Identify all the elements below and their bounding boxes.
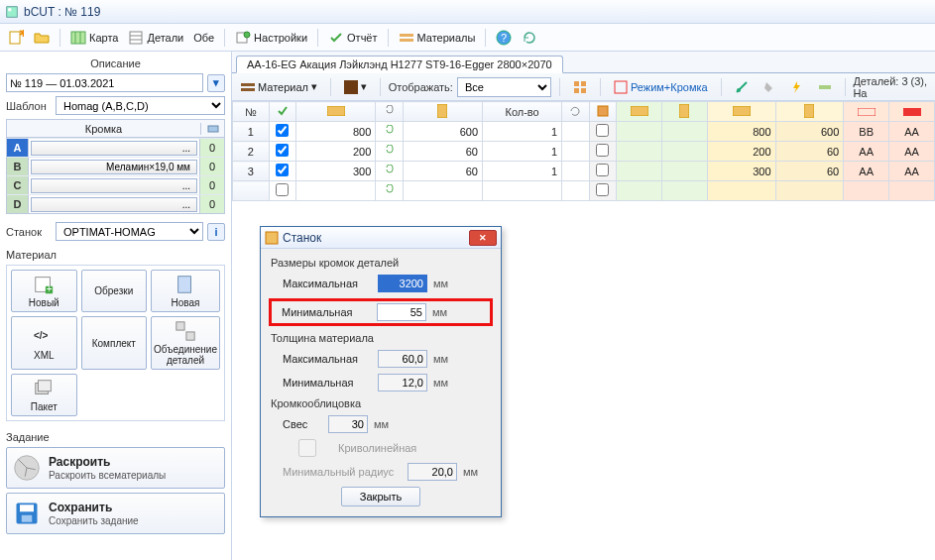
otchet-button[interactable]: Отчёт	[324, 28, 381, 48]
tool-icon-1[interactable]	[730, 77, 754, 97]
min-input[interactable]	[377, 303, 426, 321]
row-rotate[interactable]	[562, 122, 589, 142]
col-kolvo[interactable]: Кол-во	[483, 102, 562, 122]
kromka-row-id[interactable]: A	[7, 139, 29, 157]
shablon-select[interactable]: Homag (A,B,C,D)	[56, 96, 225, 115]
col-edge1-icon[interactable]	[617, 102, 662, 122]
dialog-close-icon[interactable]: ✕	[469, 230, 497, 246]
stanok-info-icon[interactable]: i	[207, 223, 225, 241]
row-num[interactable]: 1	[233, 122, 270, 142]
row-h[interactable]: 60	[403, 162, 482, 181]
obe-button[interactable]: Обе	[189, 30, 218, 46]
row-qty[interactable]: 1	[483, 162, 562, 181]
row-h2[interactable]: 600	[775, 122, 844, 142]
col-check-icon[interactable]	[269, 102, 295, 122]
open-icon[interactable]	[30, 28, 54, 48]
col-link1-icon[interactable]	[376, 102, 403, 122]
obrezki-button[interactable]: Обрезки	[81, 270, 148, 312]
row-link-icon[interactable]	[376, 122, 403, 142]
row-w[interactable]: 800	[296, 122, 376, 142]
row-qty[interactable]: 1	[483, 122, 562, 142]
nastroyki-button[interactable]: Настройки	[231, 28, 311, 48]
row-edge2[interactable]	[661, 122, 707, 142]
col-h2-icon[interactable]	[775, 102, 844, 122]
col-cb-icon[interactable]	[589, 102, 616, 122]
obyedinenie-button[interactable]: Объединение деталей	[151, 316, 220, 370]
grid-icon[interactable]	[568, 77, 592, 97]
col-e1-icon[interactable]	[844, 102, 889, 122]
raskroit-button[interactable]: РаскроитьРаскроить всематериалы	[6, 447, 225, 489]
row-h[interactable]: 600	[403, 122, 482, 142]
opisanie-dropdown-icon[interactable]: ▾	[207, 74, 225, 92]
material-tab[interactable]: AA-16-EG Акация Лэйклэнд H1277 ST9-16-Eg…	[236, 56, 563, 73]
refresh-icon[interactable]	[518, 28, 541, 48]
otobr-select[interactable]: Все	[457, 77, 551, 97]
row-edge1[interactable]	[617, 142, 662, 162]
rezhim-button[interactable]: Режим+Кромка	[609, 77, 713, 97]
row-link-icon[interactable]	[376, 142, 403, 162]
row-w2[interactable]: 200	[707, 142, 775, 162]
material-dropdown[interactable]: Материал▾	[236, 77, 322, 97]
row-e2[interactable]: AA	[889, 162, 935, 181]
texture-icon[interactable]: ▾	[339, 77, 372, 97]
row-num[interactable]: 2	[233, 142, 270, 162]
row-edge1[interactable]	[617, 122, 662, 142]
col-edge2-icon[interactable]	[661, 102, 707, 122]
komplekt-button[interactable]: Комплект	[81, 316, 148, 370]
close-button[interactable]: Закрыть	[341, 487, 420, 506]
row-check[interactable]	[269, 122, 295, 142]
kromka-row-button[interactable]: ...	[31, 141, 197, 156]
col-w2-icon[interactable]	[707, 102, 775, 122]
col-rotate-icon[interactable]	[562, 102, 589, 122]
karta-button[interactable]: Карта	[66, 28, 122, 48]
col-e2-icon[interactable]	[889, 102, 935, 122]
max-input[interactable]	[378, 275, 427, 292]
col-height-icon[interactable]	[403, 102, 482, 122]
row-e2[interactable]: AA	[889, 142, 935, 162]
row-cb[interactable]	[589, 122, 616, 142]
row-e1[interactable]: AA	[844, 162, 889, 181]
row-edge2[interactable]	[661, 162, 707, 181]
detali-button[interactable]: Детали	[124, 28, 187, 48]
row-e2[interactable]: AA	[889, 122, 935, 142]
noviy-button[interactable]: +Новый	[11, 270, 77, 312]
row-qty[interactable]: 1	[483, 142, 562, 162]
row-check[interactable]	[269, 142, 295, 162]
row-h2[interactable]: 60	[775, 142, 844, 162]
row-edge2[interactable]	[661, 142, 707, 162]
row-h[interactable]: 60	[403, 142, 482, 162]
kromka-row-id[interactable]: D	[7, 195, 29, 213]
tmin-input[interactable]	[378, 374, 427, 392]
row-e1[interactable]: BB	[844, 122, 889, 142]
row-edge1[interactable]	[617, 162, 662, 181]
help-icon[interactable]: ?	[492, 28, 516, 48]
kromka-row-button[interactable]: Меламин×19,0 мм	[31, 160, 197, 174]
row-rotate[interactable]	[562, 162, 589, 181]
row-e1[interactable]: AA	[844, 142, 889, 162]
row-check[interactable]	[269, 162, 295, 181]
row-w2[interactable]: 300	[707, 162, 775, 181]
tmax-input[interactable]	[378, 350, 427, 368]
row-h2[interactable]: 60	[775, 162, 844, 181]
stanok-select[interactable]: OPTIMAT-HOMAG	[56, 222, 203, 241]
kromka-row-button[interactable]: ...	[31, 197, 197, 212]
paket-button[interactable]: Пакет	[11, 374, 77, 416]
tool-icon-3[interactable]	[813, 77, 837, 97]
opisanie-input[interactable]	[6, 73, 203, 92]
sohranit-button[interactable]: СохранитьСохранить задание	[6, 493, 225, 534]
novaya-button[interactable]: Новая	[151, 270, 220, 312]
new-icon[interactable]: ✱	[4, 28, 28, 48]
row-link-icon[interactable]	[376, 162, 403, 181]
tool-icon-2[interactable]	[758, 77, 781, 97]
col-num[interactable]: №	[233, 102, 270, 122]
row-cb[interactable]	[589, 142, 616, 162]
materialy-button[interactable]: Материалы	[395, 28, 480, 48]
row-num[interactable]: 3	[233, 162, 270, 181]
row-w[interactable]: 200	[296, 142, 376, 162]
kromka-row-button[interactable]: ...	[31, 178, 197, 193]
row-w[interactable]: 300	[296, 162, 376, 181]
kromka-row-id[interactable]: C	[7, 176, 29, 194]
col-width-icon[interactable]	[296, 102, 376, 122]
row-cb[interactable]	[589, 162, 616, 181]
row-w2[interactable]: 800	[707, 122, 775, 142]
